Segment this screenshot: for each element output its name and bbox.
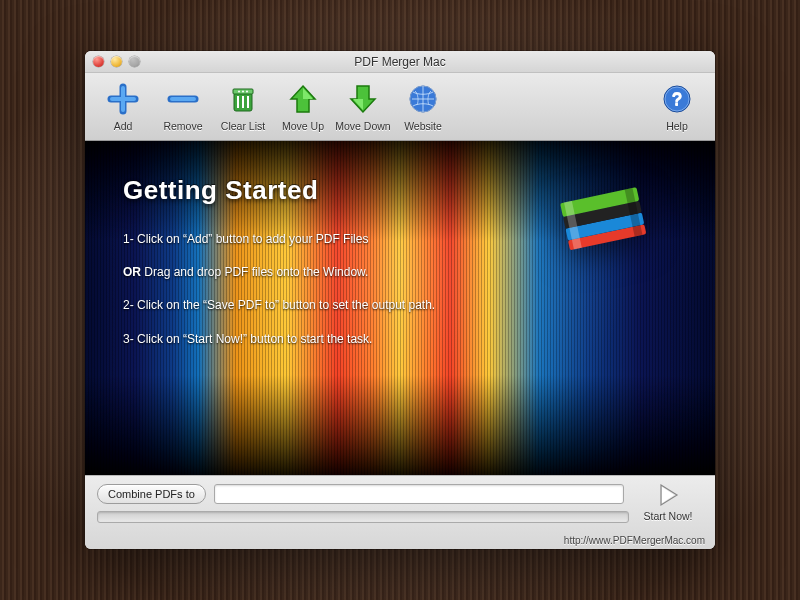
- toolbar-label: Move Down: [335, 120, 390, 132]
- move-up-button[interactable]: Move Up: [273, 82, 333, 132]
- or-rest: Drag and drop PDF files onto the Window.: [141, 265, 368, 279]
- output-row: Combine PDFs to: [97, 484, 703, 504]
- help-button[interactable]: ? Help: [647, 82, 707, 132]
- app-window: PDF Merger Mac Add Remove Clear List M: [85, 51, 715, 549]
- combine-pdfs-to-button[interactable]: Combine PDFs to: [97, 484, 206, 504]
- toolbar-label: Help: [666, 120, 688, 132]
- toolbar-label: Website: [404, 120, 442, 132]
- clear-list-button[interactable]: Clear List: [213, 82, 273, 132]
- toolbar: Add Remove Clear List Move Up Move Down: [85, 73, 715, 141]
- toolbar-label: Move Up: [282, 120, 324, 132]
- move-down-icon: [346, 82, 380, 116]
- svg-rect-13: [247, 96, 249, 108]
- or-prefix: OR: [123, 265, 141, 279]
- svg-text:?: ?: [672, 89, 683, 109]
- step-3-text: 3- Click on “Start Now!” button to start…: [123, 330, 685, 349]
- add-icon: [106, 82, 140, 116]
- book-stack-icon: [553, 177, 673, 287]
- start-now-button[interactable]: Start Now!: [637, 482, 699, 522]
- website-icon: [406, 82, 440, 116]
- clear-list-icon: [226, 82, 260, 116]
- website-button[interactable]: Website: [393, 82, 453, 132]
- svg-point-9: [242, 90, 244, 92]
- toolbar-label: Add: [114, 120, 133, 132]
- footer-url[interactable]: http://www.PDFMergerMac.com: [564, 535, 705, 546]
- bottom-bar: Combine PDFs to Start Now! http://www.PD…: [85, 475, 715, 549]
- svg-rect-11: [237, 96, 239, 108]
- toolbar-label: Remove: [163, 120, 202, 132]
- remove-icon: [166, 82, 200, 116]
- step-2-text: 2- Click on the “Save PDF to” button to …: [123, 296, 685, 315]
- move-up-icon: [286, 82, 320, 116]
- content-area[interactable]: Getting Started 1- Click on “Add” button…: [85, 141, 715, 475]
- toolbar-label: Clear List: [221, 120, 265, 132]
- titlebar: PDF Merger Mac: [85, 51, 715, 73]
- play-icon: [655, 482, 681, 508]
- window-title: PDF Merger Mac: [85, 55, 715, 69]
- svg-rect-12: [242, 96, 244, 108]
- add-button[interactable]: Add: [93, 82, 153, 132]
- remove-button[interactable]: Remove: [153, 82, 213, 132]
- move-down-button[interactable]: Move Down: [333, 82, 393, 132]
- start-now-label: Start Now!: [643, 510, 692, 522]
- svg-point-10: [246, 90, 248, 92]
- progress-bar: [97, 511, 629, 523]
- svg-point-8: [238, 90, 240, 92]
- output-path-input[interactable]: [214, 484, 624, 504]
- help-icon: ?: [660, 82, 694, 116]
